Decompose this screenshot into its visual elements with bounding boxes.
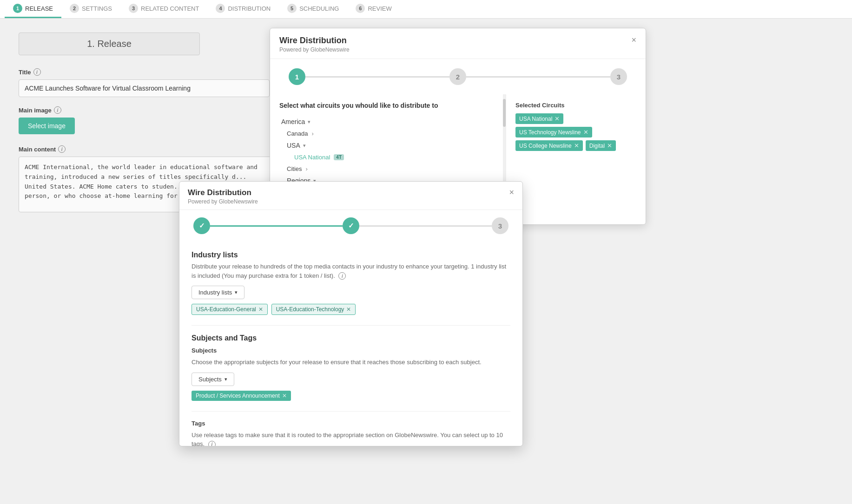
tab-num-related-content: 3: [129, 4, 138, 13]
top-nav: 1 RELEASE 2 SETTINGS 3 RELATED CONTENT 4…: [0, 0, 852, 19]
tab-num-scheduling: 5: [287, 4, 297, 13]
modal-back-right: Selected Circuits USA National ✕ US Tech…: [506, 94, 646, 224]
chevron-down-icon: [308, 119, 310, 125]
modal-back-header: Wire Distribution Powered by GlobeNewswi…: [270, 28, 646, 59]
circuit-tag-us-tech: US Technology Newsline ✕: [515, 127, 592, 137]
scrollbar-thumb: [503, 99, 506, 127]
tab-review[interactable]: 6 REVIEW: [347, 0, 400, 18]
usa-national-badge: 4T: [334, 154, 344, 160]
tab-num-distribution: 4: [216, 4, 225, 13]
circuit-tag-digital: Digital ✕: [586, 140, 616, 151]
select-image-button[interactable]: Select image: [19, 118, 75, 134]
page-title: 1. Release: [19, 33, 200, 55]
stepper-line1: [305, 76, 449, 78]
stepper-line1-done: [210, 225, 343, 227]
tab-scheduling[interactable]: 5 SCHEDULING: [279, 0, 347, 18]
tab-label-scheduling: SCHEDULING: [299, 5, 339, 12]
circuit-tags: USA National ✕ US Technology Newsline ✕ …: [515, 113, 636, 151]
main-image-section: Main image i Select image: [19, 106, 270, 134]
stepper-step3: 3: [610, 68, 627, 85]
tab-num-review: 6: [356, 4, 365, 13]
tab-related-content[interactable]: 3 RELATED CONTENT: [120, 0, 207, 18]
title-info-icon[interactable]: i: [33, 68, 41, 76]
title-input[interactable]: [19, 79, 270, 97]
stepper-step1-check: ✓: [193, 217, 210, 234]
modal-front-stepper: ✓ ✓ 3: [179, 210, 522, 235]
chevron-down-icon: [303, 143, 306, 149]
region-cities[interactable]: Cities: [279, 163, 496, 175]
tab-num-release: 1: [13, 4, 22, 13]
stepper-step3: 3: [492, 217, 509, 234]
tab-label-distribution: DISTRIBUTION: [228, 5, 271, 12]
circuit-tag-us-college: US College Newsline ✕: [515, 140, 583, 151]
main-content-info-icon[interactable]: i: [58, 145, 66, 153]
main-image-info-icon[interactable]: i: [54, 106, 61, 114]
tab-num-settings: 2: [70, 4, 79, 13]
modal-front-header: Wire Distribution Powered by GlobeNewswi…: [179, 182, 522, 210]
tab-label-settings: SETTINGS: [82, 5, 112, 12]
stepper-step2-check: ✓: [343, 217, 359, 234]
stepper-step1: 1: [289, 68, 305, 85]
tab-distribution[interactable]: 4 DISTRIBUTION: [207, 0, 279, 18]
stepper-line2: [359, 225, 492, 227]
stepper-line2: [466, 76, 610, 78]
selected-circuits-title: Selected Circuits: [515, 102, 636, 109]
region-usa-national[interactable]: USA National 4T: [279, 151, 496, 163]
modal-back-title: Wire Distribution: [279, 36, 350, 46]
remove-us-tech-icon[interactable]: ✕: [583, 129, 588, 136]
remove-us-college-icon[interactable]: ✕: [574, 142, 579, 149]
modal-back-stepper: 1 2 3: [270, 59, 646, 94]
modal-front-subtitle: Powered by GlobeNewswire: [188, 198, 258, 205]
wire-distribution-modal-front: Wire Distribution Powered by GlobeNewswi…: [179, 181, 523, 235]
tab-label-release: RELEASE: [25, 5, 53, 12]
circuit-tag-usa-national: USA National ✕: [515, 113, 563, 124]
select-heading: Select what circuits you whould like to …: [279, 102, 496, 109]
region-canada[interactable]: Canada: [279, 128, 496, 139]
remove-usa-national-icon[interactable]: ✕: [555, 115, 560, 122]
remove-digital-icon[interactable]: ✕: [607, 142, 612, 149]
tab-label-review: REVIEW: [368, 5, 391, 12]
chevron-right-icon: [306, 165, 308, 172]
region-usa[interactable]: USA: [279, 139, 496, 151]
stepper-step2: 2: [449, 68, 466, 85]
chevron-right-icon: [312, 130, 314, 137]
tab-release[interactable]: 1 RELEASE: [5, 0, 61, 18]
modal-back-subtitle: Powered by GlobeNewswire: [279, 46, 350, 53]
main-image-label: Main image i: [19, 106, 270, 114]
tab-label-related-content: RELATED CONTENT: [141, 5, 199, 12]
modal-back-close-button[interactable]: ×: [631, 36, 636, 44]
title-label: Title i: [19, 68, 270, 76]
modal-front-close-button[interactable]: ×: [509, 188, 514, 196]
region-america[interactable]: America: [279, 116, 496, 128]
tab-settings[interactable]: 2 SETTINGS: [61, 0, 120, 18]
main-content-label: Main content i: [19, 145, 270, 153]
modal-front-title: Wire Distribution: [188, 188, 258, 197]
